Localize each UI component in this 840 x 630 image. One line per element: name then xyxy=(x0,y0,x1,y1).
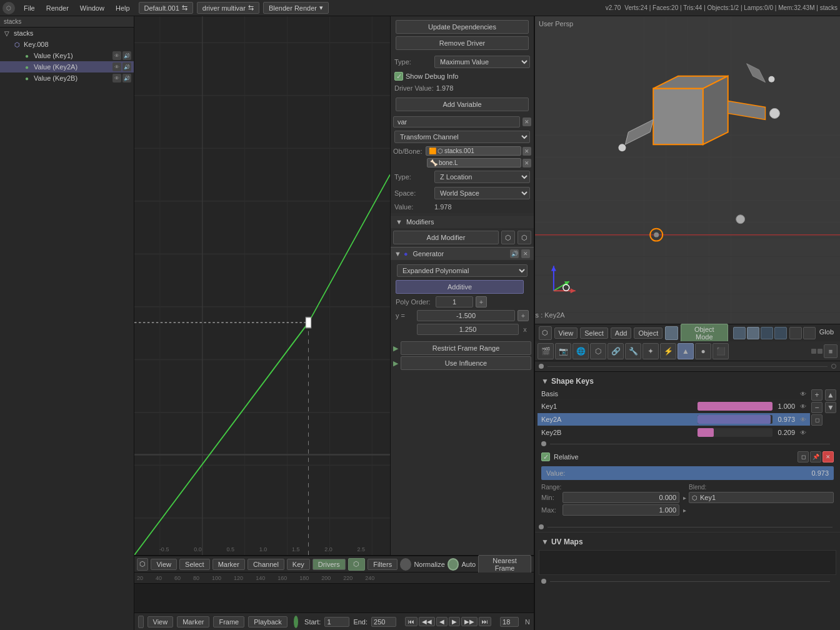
timeline-content[interactable]: 20 40 60 80 100 120 140 160 180 200 220 … xyxy=(134,572,534,612)
mod-icon-btn2[interactable]: ⬡ xyxy=(518,231,531,244)
coeff1-plus[interactable]: + xyxy=(518,310,529,321)
prop-texture-btn[interactable]: ⬛ xyxy=(712,343,729,359)
max-input[interactable] xyxy=(562,504,679,516)
tl-nearest-frame-btn[interactable]: Nearest Frame xyxy=(478,555,531,574)
vp-manip[interactable] xyxy=(789,327,802,339)
sk-item-key2b[interactable]: Key2B 0.209 👁 xyxy=(538,426,810,439)
tl-drivers-icon[interactable]: ⬡ xyxy=(348,558,366,571)
bb-frame[interactable]: Frame xyxy=(213,616,244,628)
outliner-item-key2b[interactable]: ● Value (Key2B) 👁 🔊 xyxy=(0,72,134,84)
pb-skip-end[interactable]: ⏭ xyxy=(479,617,491,626)
pb-skip-start[interactable]: ⏮ xyxy=(405,617,418,626)
mod-icon-btn1[interactable]: ⬡ xyxy=(501,231,515,244)
pb-play[interactable]: ▶ xyxy=(449,617,460,626)
sk-eye-basis[interactable]: 👁 xyxy=(800,391,806,398)
bb-playback[interactable]: Playback xyxy=(248,616,288,628)
bb-marker[interactable]: Marker xyxy=(177,616,209,628)
vp-coord[interactable] xyxy=(803,327,816,339)
prop-particles-btn[interactable]: ✦ xyxy=(642,343,659,359)
visibility-btn[interactable]: 👁 xyxy=(112,62,121,71)
menu-render[interactable]: Render xyxy=(41,3,74,13)
value-slider[interactable]: Value: 0.973 xyxy=(541,466,834,480)
sk-eye-key2b[interactable]: 👁 xyxy=(800,429,806,436)
restrict-frame-button[interactable]: Restrict Frame Range xyxy=(401,341,531,355)
tl-view-btn[interactable]: View xyxy=(151,559,177,570)
poly-order-plus[interactable]: + xyxy=(476,296,487,308)
gen-close-btn[interactable]: ✕ xyxy=(521,249,530,258)
pb-next[interactable]: ▶▶ xyxy=(461,617,478,626)
tl-select-btn[interactable]: Select xyxy=(179,559,210,570)
add-variable-button[interactable]: Add Variable xyxy=(396,98,529,111)
tl-toggle[interactable] xyxy=(400,558,411,571)
prop-physics-btn[interactable]: ⚡ xyxy=(660,343,676,359)
type-select[interactable]: Maximum Value xyxy=(434,56,530,68)
prop-world-btn[interactable]: 🌐 xyxy=(572,343,589,359)
coeff1-input[interactable] xyxy=(417,310,515,321)
add-modifier-button[interactable]: Add Modifier xyxy=(393,231,499,244)
var-name-input[interactable] xyxy=(393,116,520,128)
prop-obj-btn[interactable]: ⬡ xyxy=(590,343,606,359)
vp-shade-solid[interactable] xyxy=(747,327,759,339)
vp-icon[interactable]: ⬡ xyxy=(539,326,552,340)
vp-object-btn[interactable]: Object xyxy=(634,328,662,339)
type2-select[interactable]: Z Location xyxy=(434,171,530,183)
rel-pin-btn[interactable]: 📌 xyxy=(810,451,821,462)
sk-eye-key2a[interactable]: 👁 xyxy=(800,416,806,423)
tl-icon[interactable]: ⬡ xyxy=(137,558,148,571)
prop-render-btn[interactable]: 📷 xyxy=(555,343,571,359)
sk-item-basis[interactable]: Basis 👁 xyxy=(538,388,810,400)
modifiers-header[interactable]: ▼ Modifiers xyxy=(391,216,534,228)
tl-auto-toggle[interactable] xyxy=(448,558,459,571)
tl-key-btn[interactable]: Key xyxy=(287,559,310,570)
driver-multivar-selector[interactable]: driver multivar ⇆ xyxy=(197,2,259,14)
vp-shade-wire[interactable] xyxy=(733,327,746,339)
prop-constraint-btn[interactable]: 🔗 xyxy=(608,343,624,359)
debug-checkbox[interactable]: ✓ xyxy=(394,72,403,81)
menu-file[interactable]: File xyxy=(19,3,40,13)
min-input[interactable] xyxy=(562,492,679,503)
vp-select-btn[interactable]: Select xyxy=(580,328,608,339)
var-type-select[interactable]: Transform Channel xyxy=(394,131,530,143)
tl-channel-btn[interactable]: Channel xyxy=(248,559,284,570)
bone-close-btn[interactable]: ✕ xyxy=(522,159,531,168)
relative-checkbox[interactable]: ✓ xyxy=(541,452,550,461)
pb-prev-key[interactable]: ◀◀ xyxy=(419,617,435,626)
props-scroll-left[interactable] xyxy=(811,349,816,354)
rel-copy-btn[interactable]: ◻ xyxy=(798,451,809,462)
vp-shade-render[interactable] xyxy=(774,327,787,339)
sk-add-btn[interactable]: + xyxy=(811,389,822,401)
rel-close-btn[interactable]: ✕ xyxy=(822,451,834,462)
workspace-selector[interactable]: Default.001 ⇆ xyxy=(139,2,193,14)
graph-plot-area[interactable]: -0.5 0.0 0.5 1.0 1.5 2.0 2.5 xyxy=(134,16,390,555)
tl-marker-btn[interactable]: Marker xyxy=(212,559,245,570)
additive-button[interactable]: Additive xyxy=(396,280,524,294)
ob-chip[interactable]: 🟧 ⬡ stacks.001 xyxy=(426,146,521,156)
prop-modifier-btn[interactable]: 🔧 xyxy=(625,343,641,359)
sk-item-key2a[interactable]: Key2A 0.973 👁 xyxy=(538,413,810,426)
props-menu-btn[interactable]: ≡ xyxy=(824,344,838,358)
bb-view[interactable]: View xyxy=(148,616,174,628)
bb-end-input[interactable] xyxy=(371,617,396,627)
bb-frame-input[interactable] xyxy=(500,617,519,627)
render-btn[interactable]: 🔊 xyxy=(122,51,131,60)
bb-start-input[interactable] xyxy=(324,617,349,627)
tl-drivers-btn[interactable]: Drivers xyxy=(312,559,346,570)
sk-scroll-up[interactable]: ▲ xyxy=(825,389,836,401)
menu-help[interactable]: Help xyxy=(111,3,135,13)
viewport[interactable]: User Persp (18) stacks : Key2A ⬡ View Se… xyxy=(535,16,840,341)
menu-window[interactable]: Window xyxy=(75,3,109,13)
sk-copy-btn[interactable]: ◻ xyxy=(811,414,822,426)
outliner-item-key1[interactable]: ● Value (Key1) 👁 🔊 xyxy=(0,50,134,61)
render-btn[interactable]: 🔊 xyxy=(122,62,131,71)
prop-material-btn[interactable]: ● xyxy=(695,343,711,359)
outliner-item-key2a[interactable]: ● Value (Key2A) 👁 🔊 xyxy=(0,61,134,72)
renderer-selector[interactable]: Blender Render ▾ xyxy=(263,2,329,14)
graph-canvas[interactable]: 3.2 3.0 2.8 2.6 2.4 2.2 2.0 1.8 1.6 1.4 … xyxy=(134,16,390,555)
outliner-item-stacks[interactable]: ▽ stacks xyxy=(0,28,134,39)
remove-driver-button[interactable]: Remove Driver xyxy=(396,36,529,50)
gen-audio-btn[interactable]: 🔊 xyxy=(510,249,519,258)
vp-sphere-icon[interactable] xyxy=(665,326,678,340)
update-deps-button[interactable]: Update Dependencies xyxy=(396,20,529,34)
prop-data-btn[interactable]: ▲ xyxy=(678,343,694,359)
sk-item-key1[interactable]: Key1 1.000 👁 xyxy=(538,400,810,413)
